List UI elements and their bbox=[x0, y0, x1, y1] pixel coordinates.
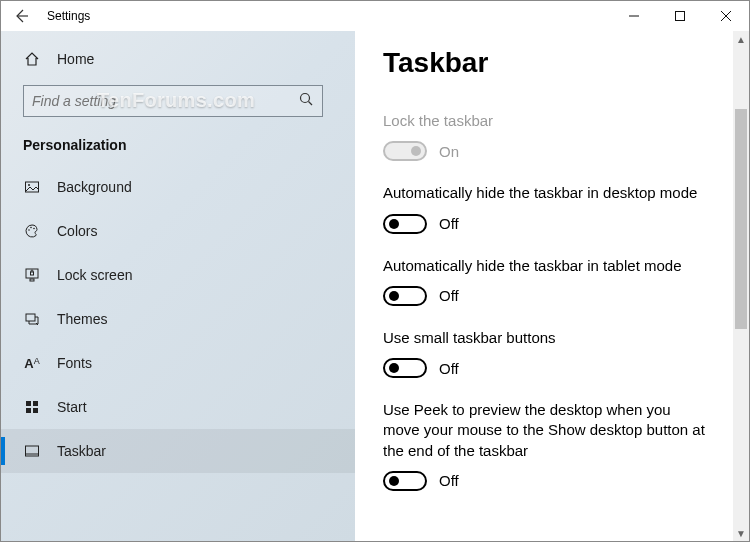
svg-point-7 bbox=[28, 184, 30, 186]
toggle-use-peek[interactable] bbox=[383, 471, 427, 491]
setting-autohide-tablet: Automatically hide the taskbar in tablet… bbox=[383, 256, 711, 306]
window-controls bbox=[611, 1, 749, 31]
fonts-icon: AA bbox=[23, 356, 41, 371]
toggle-autohide-desktop[interactable] bbox=[383, 214, 427, 234]
sidebar-item-label: Lock screen bbox=[57, 267, 132, 283]
setting-small-buttons: Use small taskbar buttons Off bbox=[383, 328, 711, 378]
scroll-up-arrow[interactable]: ▲ bbox=[733, 31, 749, 47]
setting-label: Automatically hide the taskbar in tablet… bbox=[383, 256, 711, 276]
sidebar-section-title: Personalization bbox=[1, 127, 355, 165]
sidebar-item-label: Fonts bbox=[57, 355, 92, 371]
sidebar-item-lock-screen[interactable]: Lock screen bbox=[1, 253, 355, 297]
page-title: Taskbar bbox=[383, 47, 711, 79]
maximize-button[interactable] bbox=[657, 1, 703, 31]
toggle-autohide-tablet[interactable] bbox=[383, 286, 427, 306]
toggle-state: Off bbox=[439, 287, 459, 304]
home-icon bbox=[23, 51, 41, 67]
taskbar-icon bbox=[23, 443, 41, 459]
setting-autohide-desktop: Automatically hide the taskbar in deskto… bbox=[383, 183, 711, 233]
back-button[interactable] bbox=[9, 4, 33, 28]
sidebar-home-label: Home bbox=[57, 51, 94, 67]
scrollbar[interactable]: ▲ ▼ bbox=[733, 31, 749, 541]
toggle-state: Off bbox=[439, 215, 459, 232]
setting-lock-taskbar: Lock the taskbar On bbox=[383, 111, 711, 161]
setting-label: Use small taskbar buttons bbox=[383, 328, 711, 348]
close-button[interactable] bbox=[703, 1, 749, 31]
sidebar-nav: Background Colors Lock screen Themes AA … bbox=[1, 165, 355, 473]
setting-label: Use Peek to preview the desktop when you… bbox=[383, 400, 711, 461]
sidebar-item-label: Start bbox=[57, 399, 87, 415]
scroll-track[interactable] bbox=[733, 47, 749, 525]
svg-point-10 bbox=[33, 228, 35, 230]
sidebar-item-themes[interactable]: Themes bbox=[1, 297, 355, 341]
search-field[interactable] bbox=[32, 93, 298, 109]
sidebar-item-label: Themes bbox=[57, 311, 108, 327]
scroll-down-arrow[interactable]: ▼ bbox=[733, 525, 749, 541]
svg-rect-1 bbox=[676, 12, 685, 21]
start-icon bbox=[23, 400, 41, 414]
setting-use-peek: Use Peek to preview the desktop when you… bbox=[383, 400, 711, 491]
titlebar: Settings bbox=[1, 1, 749, 31]
themes-icon bbox=[23, 311, 41, 327]
search-input[interactable] bbox=[23, 85, 323, 117]
image-icon bbox=[23, 179, 41, 195]
sidebar-item-colors[interactable]: Colors bbox=[1, 209, 355, 253]
toggle-state: On bbox=[439, 143, 459, 160]
svg-rect-15 bbox=[26, 401, 31, 406]
setting-label: Lock the taskbar bbox=[383, 111, 711, 131]
sidebar-item-label: Colors bbox=[57, 223, 97, 239]
svg-rect-13 bbox=[31, 272, 34, 275]
svg-point-9 bbox=[30, 227, 32, 229]
toggle-state: Off bbox=[439, 472, 459, 489]
search-icon bbox=[298, 91, 314, 111]
sidebar-item-start[interactable]: Start bbox=[1, 385, 355, 429]
sidebar-item-label: Taskbar bbox=[57, 443, 106, 459]
svg-rect-17 bbox=[26, 408, 31, 413]
svg-rect-14 bbox=[26, 314, 35, 321]
svg-rect-18 bbox=[33, 408, 38, 413]
svg-point-8 bbox=[28, 229, 30, 231]
sidebar: TenForums.com Home Personalization bbox=[1, 31, 355, 541]
palette-icon bbox=[23, 223, 41, 239]
minimize-button[interactable] bbox=[611, 1, 657, 31]
content-area: Taskbar Lock the taskbar On Automaticall… bbox=[355, 31, 749, 541]
toggle-lock-taskbar bbox=[383, 141, 427, 161]
toggle-small-buttons[interactable] bbox=[383, 358, 427, 378]
svg-point-4 bbox=[301, 94, 310, 103]
svg-rect-12 bbox=[30, 279, 34, 281]
settings-window: Settings TenForums.com Home bbox=[0, 0, 750, 542]
scroll-thumb[interactable] bbox=[735, 109, 747, 329]
window-title: Settings bbox=[47, 9, 90, 23]
sidebar-home[interactable]: Home bbox=[1, 37, 355, 81]
setting-label: Automatically hide the taskbar in deskto… bbox=[383, 183, 711, 203]
svg-line-5 bbox=[309, 102, 313, 106]
lock-icon bbox=[23, 267, 41, 283]
toggle-state: Off bbox=[439, 360, 459, 377]
sidebar-item-taskbar[interactable]: Taskbar bbox=[1, 429, 355, 473]
sidebar-item-label: Background bbox=[57, 179, 132, 195]
sidebar-item-background[interactable]: Background bbox=[1, 165, 355, 209]
svg-rect-16 bbox=[33, 401, 38, 406]
sidebar-item-fonts[interactable]: AA Fonts bbox=[1, 341, 355, 385]
